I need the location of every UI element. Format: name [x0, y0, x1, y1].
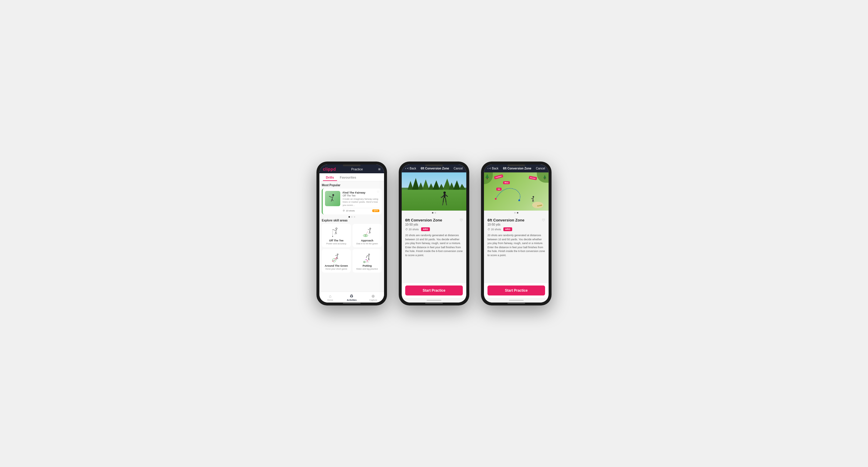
image-dots — [402, 210, 466, 215]
svg-marker-46 — [422, 179, 429, 190]
start-practice-button-2[interactable]: Start Practice — [405, 286, 463, 296]
putting-icon — [361, 252, 374, 264]
favourite-icon[interactable]: ♡ — [377, 190, 379, 194]
dot-3 — [354, 216, 355, 218]
svg-marker-52 — [453, 180, 460, 190]
img-dot-2 — [435, 212, 436, 213]
svg-line-23 — [337, 255, 338, 257]
svg-line-35 — [369, 258, 369, 260]
nav-activities[interactable]: ♻ Activities — [341, 294, 362, 301]
tree-svg-2 — [543, 175, 546, 179]
skill-desc-approach: Dial-in to hit the green — [356, 242, 378, 245]
svg-line-5 — [329, 196, 330, 197]
drill-image-photo — [402, 172, 466, 210]
skill-approach[interactable]: Approach Dial-in to hit the green — [352, 224, 382, 247]
bottom-bar-3 — [484, 298, 549, 302]
skill-grid: Off The Tee Power and accuracy — [322, 224, 382, 273]
svg-rect-66 — [544, 178, 545, 179]
svg-line-15 — [370, 229, 370, 231]
p2-meta: ⏱ 20 shots ARG — [405, 227, 463, 231]
back-button-3[interactable]: ‹ < Back — [488, 167, 498, 170]
phone1-header: clippd Practice ≡ — [319, 165, 384, 173]
explore-title: Explore skill areas — [322, 219, 382, 222]
svg-point-29 — [335, 259, 336, 259]
nav-activities-label: Activities — [347, 299, 356, 301]
skill-name-ott: Off The Tee — [329, 239, 343, 242]
skill-desc-atg: Hone your short game — [325, 268, 347, 270]
skill-desc-ott: Power and accuracy — [327, 242, 346, 245]
drill-title: Find The Fairway — [343, 191, 379, 194]
svg-marker-48 — [433, 180, 440, 190]
home-indicator-3 — [507, 303, 525, 304]
p2-favourite-icon[interactable]: ♡ — [460, 218, 463, 222]
svg-point-0 — [332, 194, 334, 196]
start-practice-button-3[interactable]: Start Practice — [488, 286, 545, 296]
skill-around-green[interactable]: Around The Green Hone your short game — [322, 249, 351, 273]
p2-description: 20 shots are randomly generated at dista… — [405, 234, 463, 257]
golf-photo — [402, 172, 466, 210]
svg-line-11 — [333, 229, 334, 230]
p2-arg-tag: ARG — [421, 227, 430, 231]
phone-2-screen: ‹ < Back 6ft Conversion Zone Cancel — [402, 165, 466, 302]
nav-capture[interactable]: ⊕ Capture — [363, 294, 384, 301]
back-label: < Back — [407, 167, 416, 170]
svg-line-37 — [366, 256, 367, 258]
fairway-bg — [402, 190, 466, 211]
cancel-button[interactable]: Cancel — [454, 167, 463, 170]
tabs-bar: Drills Favourites — [319, 173, 384, 181]
clock-icon-3: ⏱ — [488, 228, 490, 231]
svg-point-69 — [533, 196, 534, 198]
p3-drill-name: 6ft Conversion Zone ♡ — [488, 218, 545, 222]
home-line-2 — [427, 300, 441, 301]
golfer-silhouette — [440, 191, 449, 205]
phone3-header: ‹ < Back 6ft Conversion Zone Cancel — [484, 165, 549, 172]
around-green-icon — [330, 252, 343, 264]
phone3-header-title: 6ft Conversion Zone — [503, 167, 532, 170]
shots-info: ⏱ 10 shots — [343, 209, 355, 212]
nav-home[interactable]: ⌂ Home — [319, 294, 341, 301]
off-tee-icon — [330, 226, 343, 239]
phone-1: clippd Practice ≡ Drills Favourites Most… — [316, 162, 387, 305]
dot-1 — [348, 216, 350, 218]
skill-name-atg: Around The Green — [325, 264, 348, 267]
svg-rect-55 — [444, 194, 445, 198]
svg-line-59 — [443, 198, 444, 202]
p2-drill-name: 6ft Conversion Zone ♡ — [405, 218, 463, 222]
menu-icon[interactable]: ≡ — [378, 167, 380, 171]
svg-marker-63 — [486, 174, 489, 178]
tab-favourites[interactable]: Favourites — [337, 173, 360, 181]
trees-bg — [402, 178, 466, 190]
skill-name-putting: Putting — [363, 264, 372, 267]
tree-2 — [543, 175, 546, 180]
phone1-header-title: Practice — [351, 167, 363, 171]
clock-icon-2: ⏱ — [405, 228, 408, 231]
svg-point-54 — [443, 192, 446, 194]
phone-3: ‹ < Back 6ft Conversion Zone Cancel SAND — [481, 162, 552, 305]
tab-drills[interactable]: Drills — [323, 173, 337, 181]
p3-favourite-icon[interactable]: ♡ — [542, 218, 545, 222]
clock-icon: ⏱ — [343, 209, 345, 212]
drill-subtitle: Off The Tee — [343, 194, 379, 197]
featured-drill-card[interactable]: Find The Fairway Off The Tee Create an i… — [322, 189, 382, 214]
golfer-map-figure — [531, 196, 535, 204]
svg-line-2 — [331, 199, 332, 201]
cancel-button-3[interactable]: Cancel — [536, 167, 545, 170]
skill-desc-putting: Make and lag practice — [356, 268, 378, 270]
tree-1 — [486, 174, 489, 180]
svg-point-40 — [366, 259, 366, 260]
svg-line-10 — [334, 230, 336, 231]
svg-marker-65 — [543, 175, 546, 178]
phone2-header-title: 6ft Conversion Zone — [421, 167, 449, 170]
phone-2: ‹ < Back 6ft Conversion Zone Cancel — [399, 162, 469, 305]
svg-point-22 — [337, 254, 338, 255]
skill-putting[interactable]: Putting Make and lag practice — [352, 249, 382, 273]
carousel-dots — [322, 216, 382, 218]
skill-off-tee[interactable]: Off The Tee Power and accuracy — [322, 224, 351, 247]
drill-image-map: SAND — [484, 172, 549, 210]
drill-tag: OTT — [372, 209, 379, 212]
svg-line-16 — [369, 231, 370, 234]
phone3-content: SAND — [484, 172, 549, 302]
back-button[interactable]: ‹ < Back — [405, 167, 416, 170]
p3-meta: ⏱ 20 shots ARG — [488, 227, 545, 231]
svg-line-18 — [368, 229, 370, 230]
